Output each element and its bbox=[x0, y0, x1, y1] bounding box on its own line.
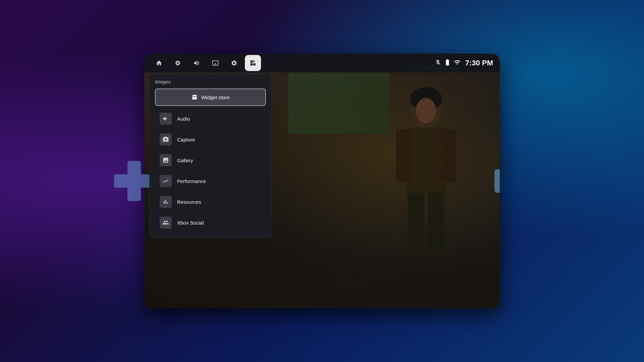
nav-settings-button[interactable] bbox=[226, 55, 242, 71]
widget-item-capture[interactable]: Capture bbox=[155, 129, 266, 149]
svg-rect-3 bbox=[441, 129, 456, 183]
performance-widget-icon bbox=[160, 175, 172, 187]
bar-chart-icon bbox=[162, 198, 169, 205]
performance-widget-label: Performance bbox=[177, 178, 206, 184]
nav-icons bbox=[151, 55, 261, 71]
side-tab[interactable] bbox=[494, 169, 500, 193]
wifi-icon bbox=[454, 59, 461, 67]
widget-item-gallery[interactable]: Gallery bbox=[155, 150, 266, 170]
home-icon bbox=[156, 60, 162, 66]
time-display: 7:30 PM bbox=[465, 59, 493, 67]
gallery-widget-svg bbox=[162, 157, 169, 164]
audio-widget-label: Audio bbox=[177, 116, 190, 122]
capture-icon bbox=[174, 60, 181, 66]
svg-rect-2 bbox=[396, 129, 411, 183]
ground-shadow bbox=[272, 268, 500, 308]
gallery-widget-label: Gallery bbox=[177, 158, 193, 163]
status-area: 7:30 PM bbox=[435, 59, 493, 67]
gallery-icon bbox=[212, 60, 219, 66]
status-icons bbox=[435, 59, 461, 67]
capture-widget-icon bbox=[160, 133, 172, 145]
svg-rect-4 bbox=[408, 193, 424, 253]
store-icon bbox=[191, 94, 198, 101]
settings-icon bbox=[231, 60, 237, 66]
audio-icon bbox=[193, 60, 200, 66]
resources-widget-label: Resources bbox=[177, 199, 201, 205]
xbox-cross bbox=[114, 161, 154, 201]
audio-widget-icon bbox=[160, 113, 172, 125]
nav-gallery-button[interactable] bbox=[207, 55, 223, 71]
people-icon bbox=[162, 219, 169, 226]
widget-panel: Widgets Widget store Audio Capture bbox=[149, 74, 272, 238]
camera-icon bbox=[162, 136, 169, 143]
gallery-widget-icon bbox=[160, 154, 172, 166]
top-navbar: 7:30 PM bbox=[144, 54, 500, 72]
performance-icon bbox=[162, 178, 169, 184]
battery-icon bbox=[444, 59, 451, 67]
widget-store-label: Widget store bbox=[201, 95, 229, 100]
svg-point-7 bbox=[416, 98, 436, 123]
widget-store-button[interactable]: Widget store bbox=[155, 88, 266, 106]
widget-item-performance[interactable]: Performance bbox=[155, 171, 266, 191]
svg-rect-1 bbox=[406, 127, 446, 194]
nav-home-button[interactable] bbox=[151, 55, 167, 71]
nav-widgets-button[interactable] bbox=[245, 55, 261, 71]
xbox-social-widget-label: Xbox Social bbox=[177, 220, 204, 226]
widget-item-xbox-social[interactable]: Xbox Social bbox=[155, 213, 266, 233]
nav-capture-button[interactable] bbox=[170, 55, 186, 71]
xbox-social-widget-icon bbox=[160, 217, 172, 229]
device-frame: ELECTRONICS الإلكترونيات bbox=[144, 54, 500, 308]
mic-mute-icon bbox=[435, 59, 441, 67]
svg-rect-5 bbox=[428, 193, 444, 253]
widgets-icon bbox=[250, 60, 256, 66]
widget-list: Audio Capture Gallery P bbox=[155, 109, 266, 233]
widgets-section-label: Widgets bbox=[155, 79, 266, 84]
resources-widget-icon bbox=[160, 196, 172, 208]
nav-audio-button[interactable] bbox=[189, 55, 205, 71]
capture-widget-label: Capture bbox=[177, 137, 195, 142]
bg-building bbox=[288, 67, 389, 134]
speaker-icon bbox=[162, 115, 169, 122]
widget-item-resources[interactable]: Resources bbox=[155, 192, 266, 212]
widget-item-audio[interactable]: Audio bbox=[155, 109, 266, 129]
